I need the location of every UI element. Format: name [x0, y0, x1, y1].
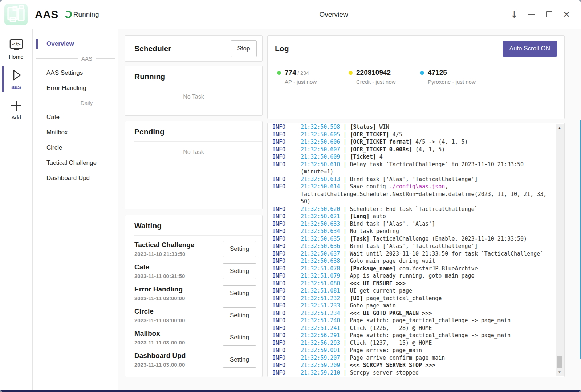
waiting-task-row: Cafe2023-11-11 00:31:50Setting — [134, 260, 256, 282]
log-timestamp: 21:32:51.234 — [301, 310, 340, 317]
log-message: [OCR_TICKET format] — [350, 139, 412, 145]
log-separator: | — [340, 146, 350, 153]
waiting-task-time: 2023-11-11 03:00:00 — [134, 317, 223, 323]
log-message: [UI] — [350, 295, 363, 302]
log-separator: | — [340, 236, 350, 242]
log-separator: | — [340, 310, 350, 317]
scroll-up-icon[interactable]: ▲ — [556, 126, 564, 130]
log-message: <<< SCRCPY SERVER STOP >>> — [350, 362, 435, 368]
log-level: INFO — [272, 324, 301, 332]
log-separator: | — [340, 347, 350, 354]
log-timestamp: 21:32:50.638 — [301, 258, 340, 264]
log-separator: | — [340, 287, 350, 294]
log-level: INFO — [272, 257, 301, 265]
log-scrollbar[interactable]: ▲ ▼ — [556, 124, 564, 376]
stat-label: AP - just now — [285, 79, 317, 85]
close-button[interactable]: ✕ — [558, 6, 575, 23]
log-level: INFO — [272, 287, 301, 295]
waiting-task-info: Cafe2023-11-11 00:31:50 — [134, 263, 223, 279]
log-separator: | — [340, 124, 350, 130]
log-lines: INFO21:32:50.598 | [Status] WININFO21:32… — [272, 123, 551, 376]
pending-empty-text: No Task — [125, 142, 262, 155]
window-controls: ↓ ✕ — [505, 6, 575, 23]
log-entry: INFO21:32:56.291 | Page switch: page_tac… — [272, 332, 551, 339]
minimize-button[interactable] — [523, 6, 540, 23]
log-message: Page arrive: page_main — [350, 347, 422, 354]
setting-button[interactable]: Setting — [223, 263, 256, 279]
log-separator: | — [340, 243, 350, 249]
maximize-button[interactable] — [540, 6, 558, 23]
log-level: INFO — [272, 220, 301, 228]
nav-item-aas-settings[interactable]: AAS Settings — [33, 65, 118, 81]
log-entry: INFO21:32:51.078 | [Package_name] com.Yo… — [272, 265, 551, 273]
log-message: Bind task ['Alas', 'Alas'] — [350, 221, 435, 227]
log-entry: INFO21:32:50.598 | [Status] WIN — [272, 123, 551, 131]
play-icon — [9, 68, 24, 82]
waiting-task-name: Error Handling — [134, 285, 223, 293]
download-icon[interactable]: ↓ — [505, 6, 523, 23]
setting-button[interactable]: Setting — [223, 241, 256, 257]
waiting-task-info: Tactical Challenge2023-11-10 21:33:50 — [134, 241, 223, 257]
setting-button[interactable]: Setting — [223, 285, 256, 301]
log-entry: INFO21:32:50.621 | [Lang] auto — [272, 213, 551, 220]
log-timestamp: 21:32:51.078 — [301, 265, 340, 272]
setting-button[interactable]: Setting — [223, 307, 256, 323]
nav-item-error-handling[interactable]: Error Handling — [33, 81, 118, 96]
stat-0: 774 / 234AP - just now — [277, 69, 349, 85]
log-entry: INFO21:32:59.207 | Page arrive confirm p… — [272, 354, 551, 362]
nav-item-dashboard-upd[interactable]: Dashboard Upd — [33, 171, 118, 186]
window-bottom-edge — [0, 390, 581, 392]
stat-body: 47125Pyroxene - just now — [428, 69, 476, 85]
log-message: UI get current page — [350, 287, 412, 294]
scrollbar-thumb[interactable] — [557, 356, 562, 368]
log-timestamp: 21:32:50.636 — [301, 243, 340, 249]
nav-item-tactical-challenge[interactable]: Tactical Challenge — [33, 155, 118, 171]
sidebar-item-home[interactable]: </> Home — [0, 34, 32, 64]
sidebar-item-add[interactable]: Add — [0, 95, 32, 125]
nav-item-circle[interactable]: Circle — [33, 140, 118, 155]
log-entry: INFO21:32:50.613 | Bind task ['Alas', 'T… — [272, 176, 551, 183]
sidebar-item-aas[interactable]: aas — [0, 64, 32, 95]
log-level: INFO — [272, 272, 301, 280]
log-level: INFO — [272, 354, 301, 362]
log-separator: | — [340, 325, 350, 331]
log-separator: | — [340, 183, 350, 190]
log-entry: INFO21:32:50.636 | Bind task ['Alas', 'T… — [272, 242, 551, 250]
log-timestamp: 21:32:50.621 — [301, 213, 340, 220]
log-level: INFO — [272, 280, 301, 287]
log-timestamp: 21:32:50.607 — [301, 146, 340, 153]
setting-button[interactable]: Setting — [223, 352, 256, 368]
log-entry: INFO21:32:50.635 | [Task] TacticalChalle… — [272, 235, 551, 243]
waiting-task-name: Circle — [134, 307, 223, 315]
log-separator: | — [340, 250, 350, 257]
nav-item-cafe[interactable]: Cafe — [33, 110, 118, 125]
log-timestamp: 21:32:59.207 — [301, 355, 340, 361]
log-timestamp: 21:32:50.635 — [301, 236, 340, 242]
log-separator: | — [340, 258, 350, 264]
log-timestamp: 21:32:50.610 — [301, 161, 340, 168]
log-entry: INFO21:32:59.209 | <<< SCRCPY SERVER STO… — [272, 362, 551, 369]
log-timestamp: 21:32:51.081 — [301, 287, 340, 294]
code-monitor-icon: </> — [9, 38, 24, 52]
stop-button[interactable]: Stop — [231, 40, 257, 57]
window-title: Overview — [0, 11, 581, 19]
icon-sidebar: </> Home aas — [0, 29, 33, 390]
log-timestamp: 21:32:51.240 — [301, 317, 340, 324]
log-level: INFO — [272, 347, 301, 354]
log-separator: | — [340, 131, 350, 138]
log-level: INFO — [272, 123, 301, 131]
nav-item-overview[interactable]: Overview — [33, 36, 118, 52]
log-timestamp: 21:32:56.291 — [301, 332, 340, 339]
log-entry: INFO21:32:51.080 | <<< UI ENSURE >>> — [272, 280, 551, 287]
waiting-task-time: 2023-11-11 03:00:00 — [134, 362, 223, 368]
log-separator: | — [340, 362, 350, 368]
log-entry: INFO21:32:51.240 | Page switch: page_tac… — [272, 317, 551, 324]
setting-button[interactable]: Setting — [223, 330, 256, 346]
log-message: [Task] — [350, 236, 369, 242]
nav-item-mailbox[interactable]: Mailbox — [33, 125, 118, 140]
scroll-down-icon[interactable]: ▼ — [556, 370, 564, 374]
auto-scroll-button[interactable]: Auto Scroll ON — [503, 41, 557, 57]
log-separator: | — [340, 340, 350, 346]
log-level: INFO — [272, 295, 301, 302]
nav-section-label: Daily — [81, 100, 93, 106]
